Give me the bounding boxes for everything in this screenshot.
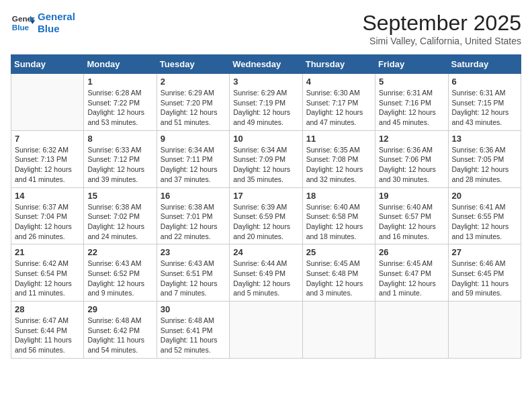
day-number: 27 [452, 247, 517, 257]
calendar-cell: 8Sunrise: 6:33 AM Sunset: 7:12 PM Daylig… [84, 130, 157, 187]
logo: General Blue General Blue [11, 11, 75, 35]
day-number: 24 [233, 247, 298, 257]
day-number: 13 [452, 134, 517, 144]
day-info: Sunrise: 6:48 AM Sunset: 6:41 PM Dayligh… [161, 316, 226, 355]
calendar-cell [448, 302, 521, 359]
calendar-cell: 5Sunrise: 6:31 AM Sunset: 7:16 PM Daylig… [375, 74, 448, 131]
day-info: Sunrise: 6:35 AM Sunset: 7:08 PM Dayligh… [306, 145, 371, 185]
day-info: Sunrise: 6:31 AM Sunset: 7:15 PM Dayligh… [452, 88, 517, 128]
calendar-cell: 2Sunrise: 6:29 AM Sunset: 7:20 PM Daylig… [157, 74, 229, 131]
day-number: 2 [161, 77, 226, 87]
weekday-header-saturday: Saturday [448, 55, 521, 74]
calendar-cell: 21Sunrise: 6:42 AM Sunset: 6:54 PM Dayli… [11, 244, 84, 302]
day-info: Sunrise: 6:40 AM Sunset: 6:58 PM Dayligh… [306, 202, 371, 242]
calendar-cell [302, 302, 375, 359]
logo-icon: General Blue [11, 11, 35, 35]
day-number: 19 [379, 191, 444, 201]
day-number: 21 [15, 247, 80, 257]
day-info: Sunrise: 6:48 AM Sunset: 6:42 PM Dayligh… [87, 316, 152, 355]
calendar-cell: 10Sunrise: 6:34 AM Sunset: 7:09 PM Dayli… [230, 130, 302, 187]
day-number: 18 [306, 191, 371, 201]
day-number: 26 [379, 247, 444, 257]
calendar-cell: 11Sunrise: 6:35 AM Sunset: 7:08 PM Dayli… [302, 130, 375, 187]
day-info: Sunrise: 6:32 AM Sunset: 7:13 PM Dayligh… [15, 145, 80, 185]
weekday-header-monday: Monday [84, 55, 157, 74]
day-info: Sunrise: 6:30 AM Sunset: 7:17 PM Dayligh… [306, 88, 371, 128]
calendar-cell [230, 302, 302, 359]
svg-text:Blue: Blue [12, 23, 30, 32]
calendar-cell: 7Sunrise: 6:32 AM Sunset: 7:13 PM Daylig… [11, 130, 84, 187]
day-number: 5 [379, 77, 444, 87]
weekday-header-thursday: Thursday [302, 55, 375, 74]
day-info: Sunrise: 6:45 AM Sunset: 6:48 PM Dayligh… [306, 259, 371, 298]
day-info: Sunrise: 6:44 AM Sunset: 6:49 PM Dayligh… [233, 259, 298, 298]
logo-line2: Blue [38, 23, 75, 35]
day-number: 20 [452, 191, 517, 201]
calendar-cell: 25Sunrise: 6:45 AM Sunset: 6:48 PM Dayli… [302, 244, 375, 302]
calendar-week-5: 28Sunrise: 6:47 AM Sunset: 6:44 PM Dayli… [11, 302, 521, 359]
day-info: Sunrise: 6:41 AM Sunset: 6:55 PM Dayligh… [452, 202, 517, 242]
title-block: September 2025 Simi Valley, California, … [362, 11, 521, 46]
calendar-cell: 4Sunrise: 6:30 AM Sunset: 7:17 PM Daylig… [302, 74, 375, 131]
calendar-cell: 27Sunrise: 6:46 AM Sunset: 6:45 PM Dayli… [448, 244, 521, 302]
day-info: Sunrise: 6:33 AM Sunset: 7:12 PM Dayligh… [87, 145, 152, 185]
day-number: 14 [15, 191, 80, 201]
calendar-cell: 9Sunrise: 6:34 AM Sunset: 7:11 PM Daylig… [157, 130, 229, 187]
day-info: Sunrise: 6:37 AM Sunset: 7:04 PM Dayligh… [15, 202, 80, 242]
calendar-cell [375, 302, 448, 359]
day-number: 10 [233, 134, 298, 144]
calendar-cell: 18Sunrise: 6:40 AM Sunset: 6:58 PM Dayli… [302, 187, 375, 244]
day-info: Sunrise: 6:43 AM Sunset: 6:51 PM Dayligh… [161, 259, 226, 298]
calendar-cell: 30Sunrise: 6:48 AM Sunset: 6:41 PM Dayli… [157, 302, 229, 359]
day-info: Sunrise: 6:34 AM Sunset: 7:09 PM Dayligh… [233, 145, 298, 185]
calendar-cell: 24Sunrise: 6:44 AM Sunset: 6:49 PM Dayli… [230, 244, 302, 302]
day-info: Sunrise: 6:36 AM Sunset: 7:06 PM Dayligh… [379, 145, 444, 185]
calendar-week-2: 7Sunrise: 6:32 AM Sunset: 7:13 PM Daylig… [11, 130, 521, 187]
weekday-header-tuesday: Tuesday [157, 55, 229, 74]
calendar-cell [11, 74, 84, 131]
calendar-cell: 6Sunrise: 6:31 AM Sunset: 7:15 PM Daylig… [448, 74, 521, 131]
calendar-cell: 29Sunrise: 6:48 AM Sunset: 6:42 PM Dayli… [84, 302, 157, 359]
weekday-header-sunday: Sunday [11, 55, 84, 74]
day-info: Sunrise: 6:45 AM Sunset: 6:47 PM Dayligh… [379, 259, 444, 298]
day-number: 23 [161, 247, 226, 257]
day-number: 15 [87, 191, 152, 201]
day-number: 25 [306, 247, 371, 257]
day-info: Sunrise: 6:36 AM Sunset: 7:05 PM Dayligh… [452, 145, 517, 185]
day-number: 11 [306, 134, 371, 144]
day-number: 4 [306, 77, 371, 87]
logo-line1: General [38, 11, 75, 23]
calendar-cell: 3Sunrise: 6:29 AM Sunset: 7:19 PM Daylig… [230, 74, 302, 131]
calendar-cell: 12Sunrise: 6:36 AM Sunset: 7:06 PM Dayli… [375, 130, 448, 187]
day-info: Sunrise: 6:43 AM Sunset: 6:52 PM Dayligh… [87, 259, 152, 298]
calendar-header-row: SundayMondayTuesdayWednesdayThursdayFrid… [11, 55, 521, 74]
day-number: 17 [233, 191, 298, 201]
day-info: Sunrise: 6:40 AM Sunset: 6:57 PM Dayligh… [379, 202, 444, 242]
day-number: 1 [87, 77, 152, 87]
weekday-header-friday: Friday [375, 55, 448, 74]
day-info: Sunrise: 6:29 AM Sunset: 7:19 PM Dayligh… [233, 88, 298, 128]
day-number: 22 [87, 247, 152, 257]
calendar: SundayMondayTuesdayWednesdayThursdayFrid… [11, 54, 521, 359]
calendar-week-3: 14Sunrise: 6:37 AM Sunset: 7:04 PM Dayli… [11, 187, 521, 244]
day-info: Sunrise: 6:28 AM Sunset: 7:22 PM Dayligh… [87, 88, 152, 128]
calendar-cell: 15Sunrise: 6:38 AM Sunset: 7:02 PM Dayli… [84, 187, 157, 244]
calendar-cell: 17Sunrise: 6:39 AM Sunset: 6:59 PM Dayli… [230, 187, 302, 244]
calendar-cell: 16Sunrise: 6:38 AM Sunset: 7:01 PM Dayli… [157, 187, 229, 244]
day-number: 28 [15, 304, 80, 314]
day-info: Sunrise: 6:46 AM Sunset: 6:45 PM Dayligh… [452, 259, 517, 298]
calendar-cell: 19Sunrise: 6:40 AM Sunset: 6:57 PM Dayli… [375, 187, 448, 244]
day-number: 8 [87, 134, 152, 144]
calendar-cell: 23Sunrise: 6:43 AM Sunset: 6:51 PM Dayli… [157, 244, 229, 302]
calendar-cell: 28Sunrise: 6:47 AM Sunset: 6:44 PM Dayli… [11, 302, 84, 359]
day-number: 16 [161, 191, 226, 201]
calendar-cell: 22Sunrise: 6:43 AM Sunset: 6:52 PM Dayli… [84, 244, 157, 302]
day-info: Sunrise: 6:34 AM Sunset: 7:11 PM Dayligh… [161, 145, 226, 185]
calendar-cell: 1Sunrise: 6:28 AM Sunset: 7:22 PM Daylig… [84, 74, 157, 131]
day-info: Sunrise: 6:47 AM Sunset: 6:44 PM Dayligh… [15, 316, 80, 355]
calendar-week-1: 1Sunrise: 6:28 AM Sunset: 7:22 PM Daylig… [11, 74, 521, 131]
day-info: Sunrise: 6:38 AM Sunset: 7:01 PM Dayligh… [161, 202, 226, 242]
day-info: Sunrise: 6:39 AM Sunset: 6:59 PM Dayligh… [233, 202, 298, 242]
day-number: 12 [379, 134, 444, 144]
day-info: Sunrise: 6:31 AM Sunset: 7:16 PM Dayligh… [379, 88, 444, 128]
